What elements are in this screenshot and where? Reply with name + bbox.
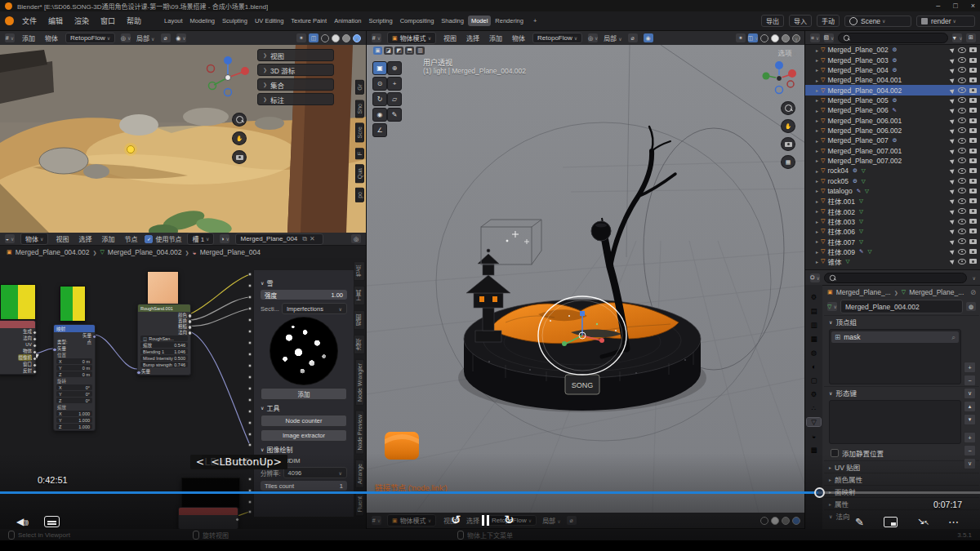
render-visibility-icon[interactable] [969, 189, 977, 193]
vector-field[interactable]: Z0° [56, 398, 92, 403]
object-name[interactable]: 锥体 [827, 256, 841, 266]
node-value-field[interactable]: Blending 11.046 [140, 349, 188, 354]
render-visibility-icon[interactable] [969, 179, 977, 184]
selectable-icon[interactable] [950, 208, 956, 215]
node-menu-item[interactable]: 视图 [54, 234, 70, 243]
mode-select[interactable]: ▣物体模式 [387, 32, 436, 44]
object-name[interactable]: Merged_Plane_004.001 [827, 76, 902, 84]
editor-type-icon[interactable]: # [372, 516, 381, 525]
selectable-icon[interactable] [950, 218, 956, 224]
object-name[interactable]: 柱体.009 [827, 247, 855, 256]
shading-solid-icon[interactable] [771, 34, 779, 42]
expand-arrow-icon[interactable]: ▸ [816, 249, 818, 255]
app-menu-item[interactable]: 文件 [20, 16, 38, 26]
material-name-field[interactable]: Merged_Plane_004⧉✕ [235, 233, 323, 245]
object-name[interactable]: Merged_Plane_007.002 [827, 157, 902, 165]
lock-icon[interactable]: ⌕ [951, 333, 956, 342]
mapping-node[interactable]: 映射 矢量 类型:点 矢量 位置 X0 mY0 mZ0 m 旋转 X0°Y0°Z… [53, 324, 96, 431]
object-name[interactable]: 柱体.002 [827, 207, 855, 216]
shader-type-select[interactable]: 物体 [20, 233, 48, 245]
object-name[interactable]: Merged_Plane_004.002 [827, 87, 902, 95]
camera-view-icon[interactable] [781, 137, 795, 151]
visibility-eye-icon[interactable] [958, 57, 966, 63]
outliner-row[interactable]: ▸ ▽ 锥体 ⚙ ✎ ▽ [805, 256, 980, 266]
tool-button[interactable]: Node counter [261, 415, 347, 427]
render-visibility-icon[interactable] [969, 239, 977, 244]
expand-arrow-icon[interactable]: ▸ [816, 158, 818, 163]
sidebar-tab[interactable]: 节点 [354, 261, 365, 281]
tool-button[interactable]: ∠ [372, 123, 387, 137]
object-name[interactable]: Merged_Plane_005 [827, 96, 888, 104]
properties-tab-icon[interactable]: ▦ [807, 335, 821, 343]
workspace-tab[interactable]: Layout [161, 16, 186, 26]
visibility-eye-icon[interactable] [958, 97, 966, 103]
shading-rendered-icon[interactable] [792, 34, 800, 42]
visibility-eye-icon[interactable] [958, 47, 966, 53]
tool-button[interactable]: ✎ [387, 108, 402, 122]
sidebar-tab[interactable]: 选项 [354, 335, 365, 354]
shading-material-icon[interactable] [782, 34, 790, 42]
retopoflow-menu[interactable]: RetopoFlow [532, 33, 582, 43]
render-visibility-icon[interactable] [969, 88, 977, 93]
visibility-eye-icon[interactable] [958, 87, 966, 93]
tool-button[interactable]: ⊕ [387, 61, 402, 75]
render-visibility-icon[interactable] [969, 68, 977, 73]
minimize-button[interactable]: – [936, 2, 940, 10]
visibility-eye-icon[interactable] [958, 249, 966, 255]
outliner-row[interactable]: ▸ ▽ Merged_Plane_004.002 ⚙ ✎ ▽ [805, 85, 980, 95]
app-menu-item[interactable]: 帮助 [125, 16, 143, 26]
list-op-button[interactable]: − [964, 445, 976, 456]
npanel-section-button[interactable]: ❯视图 [257, 49, 334, 61]
collapsed-section[interactable]: ▸UV 贴图 [824, 460, 979, 473]
selectable-icon[interactable] [950, 178, 956, 184]
properties-tab-icon[interactable]: ▢ [807, 376, 821, 384]
tool-button[interactable]: ▱ [387, 92, 402, 106]
render-visibility-icon[interactable] [969, 259, 977, 264]
pan-hand-icon[interactable]: ✋ [781, 119, 795, 133]
editor-type-icon[interactable]: # [372, 33, 381, 42]
visibility-eye-icon[interactable] [958, 138, 966, 144]
list-op-button[interactable]: + [964, 432, 976, 443]
outliner-row[interactable]: ▸ ▽ Merged_Plane_006.001 ⚙ ✎ ▽ [805, 115, 980, 125]
expand-arrow-icon[interactable]: ▸ [816, 219, 818, 224]
tool-button[interactable]: ⊙ [372, 77, 387, 91]
tool-button[interactable]: ▣ [372, 61, 387, 75]
transform-pivot-icon[interactable]: ◎ [588, 33, 598, 42]
sidebar-tab[interactable]: 工具 [354, 286, 365, 305]
transform-pivot-icon[interactable]: ◎ [121, 33, 131, 42]
snap-magnet-icon[interactable]: ⌀ [628, 33, 638, 42]
selectable-icon[interactable] [950, 137, 956, 144]
viewport-menu-item[interactable]: 选择 [465, 33, 481, 42]
selectable-icon[interactable] [950, 77, 956, 83]
outliner-row[interactable]: ▸ ▽ Merged_Plane_004 ⚙ ✎ ▽ [805, 65, 980, 75]
mode-icon[interactable]: ▥ [416, 47, 425, 55]
object-name[interactable]: rock04 [827, 167, 849, 175]
properties-tab-icon[interactable]: ⚙ [807, 390, 821, 398]
workspace-tab[interactable]: Sculpting [219, 16, 251, 26]
paint-section-title[interactable]: ∨图像绘制 [261, 445, 347, 454]
node-menu-item[interactable]: 添加 [100, 234, 116, 243]
outliner-row[interactable]: ▸ ▽ 柱体.003 ⚙ ✎ ▽ [805, 216, 980, 226]
workspace-tab[interactable]: Modeling [187, 16, 218, 26]
sidebar-tab[interactable]: Scre [355, 122, 364, 142]
node-socket-row[interactable]: 物体 [0, 348, 35, 354]
proportional-edit-icon[interactable]: ◉ [644, 33, 653, 42]
material-icon[interactable]: ◑ [220, 234, 229, 243]
tiles-count-field[interactable]: Tiles count1 [261, 481, 347, 491]
more-options-button[interactable]: ⋯ [948, 516, 960, 528]
tool-button[interactable]: Image extractor [261, 429, 347, 442]
expand-arrow-icon[interactable]: ▸ [816, 208, 818, 214]
mode-icon[interactable]: ⬒ [405, 47, 414, 55]
visibility-eye-icon[interactable] [958, 219, 966, 224]
render-visibility-icon[interactable] [969, 198, 977, 203]
selectable-icon[interactable] [950, 238, 956, 245]
visibility-eye-icon[interactable] [958, 229, 966, 234]
visibility-eye-icon[interactable] [958, 67, 966, 73]
expand-arrow-icon[interactable]: ▸ [816, 178, 818, 184]
export-button[interactable]: 导出 [761, 15, 784, 27]
npanel-section-button[interactable]: ❯标注 [257, 93, 334, 105]
visibility-eye-icon[interactable] [958, 118, 966, 123]
mapping-output[interactable]: 矢量 [54, 332, 95, 339]
editor-type-icon[interactable]: ◒ [5, 234, 15, 243]
transform-orientation[interactable]: 局部 [542, 516, 560, 525]
